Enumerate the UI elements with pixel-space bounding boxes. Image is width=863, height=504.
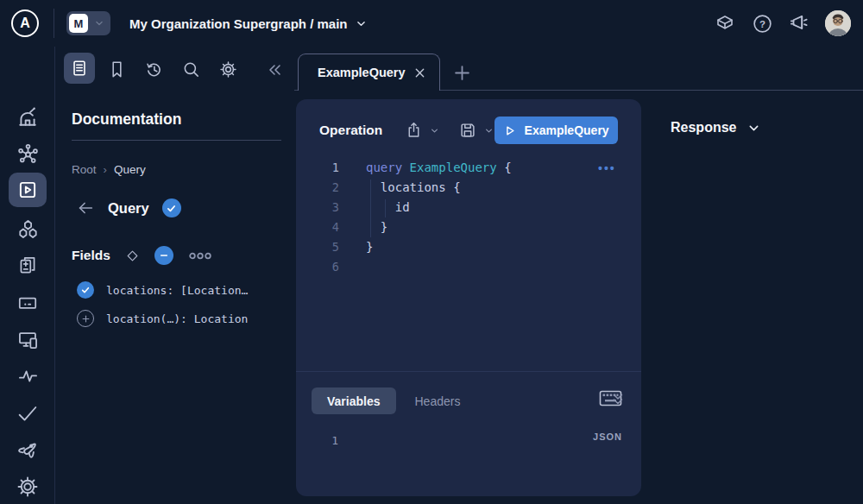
org-switcher[interactable]: M (66, 11, 110, 35)
help-icon[interactable]: ? (751, 12, 773, 35)
operation-title: Operation (319, 123, 382, 138)
nav-settings-icon[interactable] (0, 475, 55, 499)
type-header-row: Query (76, 198, 181, 217)
share-dropdown-icon[interactable] (429, 125, 440, 136)
user-avatar[interactable] (825, 10, 851, 36)
code-lines: query ExampleQuery { locations { id }} (366, 158, 512, 277)
breadcrumb-separator: › (104, 163, 107, 176)
back-arrow-icon[interactable] (76, 198, 95, 217)
field-checked-icon[interactable] (77, 281, 94, 299)
stack-box-icon[interactable] (714, 12, 736, 35)
apollo-logo-letter: A (20, 16, 30, 31)
apollo-studio-explorer: A M My Organization Supergraph / main ? (0, 0, 863, 504)
toolbar-collapse-icon[interactable] (264, 60, 285, 84)
run-operation-button[interactable]: ExampleQuery (494, 117, 618, 144)
nav-clients-icon[interactable] (0, 328, 55, 351)
nav-graph-icon[interactable] (0, 142, 55, 166)
response-title: Response (671, 120, 736, 135)
variables-format-label: JSON (579, 432, 622, 442)
tab-close-icon[interactable] (412, 65, 427, 80)
svg-text:?: ? (759, 18, 765, 28)
announcement-icon[interactable] (788, 12, 810, 35)
field-row-locations[interactable]: locations: [Location… (77, 281, 248, 299)
nav-readme-icon[interactable] (0, 292, 55, 314)
chevron-down-icon (93, 17, 105, 29)
type-checked-icon[interactable] (162, 198, 181, 217)
tab-label: ExampleQuery (318, 66, 406, 79)
sort-diamond-icon[interactable] (125, 249, 140, 263)
variables-headers-tabs: Variables Headers (312, 387, 626, 414)
toolbar-settings-icon[interactable] (218, 60, 238, 83)
left-nav (0, 47, 55, 504)
nav-schema-changes-icon[interactable] (0, 254, 55, 276)
response-header[interactable]: Response (671, 120, 760, 135)
documentation-divider (72, 140, 281, 141)
tab-variables[interactable]: Variables (312, 387, 396, 414)
breadcrumb-current: Query (114, 163, 146, 176)
breadcrumb-root[interactable]: Root (72, 163, 97, 176)
code-gutter: 123456 (296, 158, 339, 277)
operation-header: Operation ExampleQuery (319, 117, 618, 144)
more-options-icon[interactable] (188, 250, 212, 261)
toolbar-history-icon[interactable] (144, 60, 164, 83)
nav-launches-icon[interactable] (0, 438, 55, 462)
header-divider (54, 9, 54, 38)
documentation-title: Documentation (72, 110, 181, 129)
play-icon (504, 124, 516, 137)
org-badge: M (69, 14, 88, 33)
toolbar-documentation-icon[interactable] (64, 53, 95, 84)
chevron-down-icon (747, 122, 760, 135)
field-add-icon[interactable] (77, 310, 94, 327)
graph-title: My Organization Supergraph / main (129, 16, 348, 31)
graph-title-dropdown[interactable]: My Organization Supergraph / main (129, 16, 367, 31)
nav-insights-icon[interactable] (0, 365, 55, 388)
tab-headers[interactable]: Headers (415, 394, 461, 408)
save-dropdown-icon[interactable] (483, 125, 494, 136)
field-label: location(…): Location (106, 312, 248, 325)
fields-label: Fields (72, 248, 110, 263)
toolbar-bookmarks-icon[interactable] (107, 60, 127, 83)
toolbar-search-icon[interactable] (181, 60, 201, 83)
code-editor[interactable]: 123456 query ExampleQuery { locations { … (296, 158, 641, 371)
nav-explorer[interactable] (0, 173, 55, 207)
apollo-logo[interactable]: A (11, 9, 39, 37)
tab-example-query[interactable]: ExampleQuery (298, 54, 440, 91)
field-row-location[interactable]: location(…): Location (77, 310, 248, 327)
top-header: A M My Organization Supergraph / main ? (0, 0, 863, 47)
operation-menu-ellipsis[interactable]: ••• (598, 161, 616, 175)
nav-checks-icon[interactable] (0, 401, 55, 425)
operation-panel: Operation ExampleQuery 123456 query Exam (296, 99, 641, 496)
play-square-icon (16, 179, 39, 201)
nav-subgraphs-icon[interactable] (0, 217, 55, 241)
deselect-all-icon[interactable] (154, 246, 173, 265)
nav-home-icon[interactable] (0, 105, 55, 129)
fields-header-row: Fields (72, 246, 212, 265)
variables-panel-divider (296, 371, 641, 372)
variables-gutter-line: 1 (323, 434, 338, 447)
collapse-panel-icon[interactable] (610, 392, 626, 410)
field-label: locations: [Location… (106, 284, 248, 297)
add-tab-icon[interactable] (454, 65, 470, 85)
nav-explorer-selected-chip (9, 173, 47, 207)
run-button-label: ExampleQuery (525, 123, 609, 137)
chevron-down-icon (356, 18, 367, 29)
share-icon[interactable] (405, 121, 423, 140)
save-icon[interactable] (458, 121, 477, 140)
header-actions: ? (714, 10, 851, 36)
breadcrumb: Root › Query (72, 163, 146, 176)
type-title: Query (108, 200, 149, 217)
